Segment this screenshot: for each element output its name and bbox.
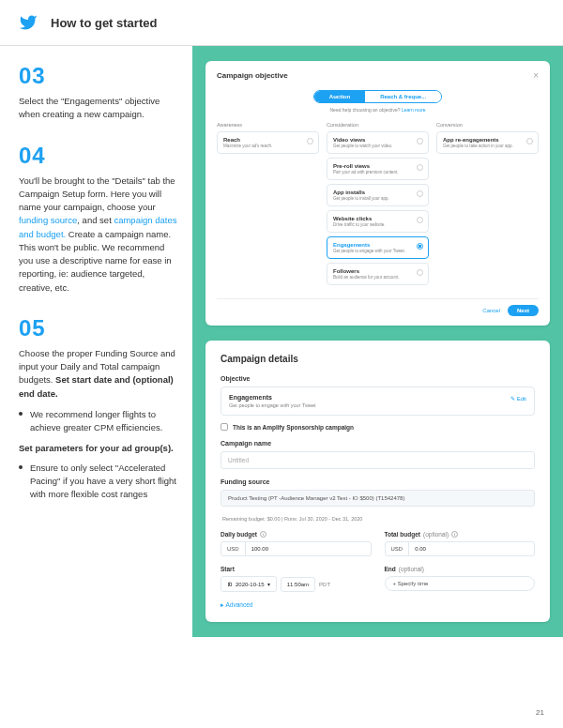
- step-03-text: Select the "Engagements" objective when …: [19, 95, 179, 122]
- page-title: How to get started: [51, 16, 157, 30]
- modal-title: Campaign objective: [217, 71, 288, 80]
- step-03-number: 03: [19, 63, 179, 89]
- panel-title: Campaign details: [221, 354, 535, 364]
- step-05-text: Choose the proper Funding Source and inp…: [19, 347, 179, 502]
- chevron-down-icon: ▾: [267, 581, 270, 587]
- tab-reach-frequency[interactable]: Reach & freque...: [365, 91, 441, 102]
- campaign-name-input[interactable]: Untitled: [221, 451, 535, 469]
- edit-button[interactable]: ✎ Edit: [510, 395, 526, 402]
- total-budget-input[interactable]: USD0.00: [385, 541, 536, 556]
- page-header: How to get started: [0, 0, 563, 46]
- daily-budget-input[interactable]: USD100.00: [221, 541, 372, 556]
- page-number: 21: [536, 708, 544, 717]
- start-date-picker[interactable]: 🗓2020-10-15▾: [221, 576, 277, 592]
- conversion-column: Conversion App re-engagementsGet people …: [436, 122, 539, 289]
- cancel-button[interactable]: Cancel: [482, 308, 500, 313]
- awareness-column: Awareness ReachMaximize your ad's reach.: [217, 122, 319, 289]
- consideration-column: Consideration Video viewsGet people to w…: [327, 122, 429, 289]
- instructions-column: 03 Select the "Engagements" objective wh…: [0, 46, 192, 637]
- objective-website-clicks[interactable]: Website clicksDrive traffic to your webs…: [327, 210, 429, 233]
- funding-source-link[interactable]: funding source: [19, 215, 77, 225]
- funding-source-select[interactable]: Product Testing (PT -Audience Manager v2…: [221, 490, 535, 507]
- objective-preroll-views[interactable]: Pre-roll viewsPair your ad with premium …: [327, 158, 429, 180]
- advanced-toggle[interactable]: ▸ Advanced: [221, 601, 535, 609]
- close-icon[interactable]: ×: [533, 70, 539, 81]
- objective-engagements[interactable]: EngagementsGet people to engage with you…: [327, 236, 429, 259]
- help-text: Need help choosing an objective? Learn m…: [217, 107, 539, 113]
- twitter-logo-icon: [19, 13, 38, 32]
- checkbox-icon[interactable]: [221, 423, 228, 431]
- objective-video-views[interactable]: Video viewsGet people to watch your vide…: [327, 131, 429, 154]
- objective-app-reengagements[interactable]: App re-engagementsGet people to take act…: [436, 131, 539, 154]
- campaign-details-panel: Campaign details Objective Engagements G…: [205, 341, 550, 622]
- objective-reach[interactable]: ReachMaximize your ad's reach.: [217, 131, 319, 154]
- step-05-number: 05: [19, 315, 179, 341]
- tab-auction[interactable]: Auction: [314, 91, 365, 102]
- screenshots-column: Campaign objective × Auction Reach & fre…: [192, 46, 563, 637]
- remaining-budget-text: Remaining budget: $0.00 | Runs: Jul 30, …: [221, 516, 535, 522]
- objective-app-installs[interactable]: App installsGet people to install your a…: [327, 184, 429, 206]
- start-time-input[interactable]: 11:50am: [281, 577, 315, 592]
- amplify-checkbox-row[interactable]: This is an Amplify Sponsorship campaign: [221, 423, 535, 431]
- specify-time-button[interactable]: + Specify time: [385, 576, 536, 591]
- auction-toggle: Auction Reach & freque...: [217, 90, 539, 103]
- campaign-objective-modal: Campaign objective × Auction Reach & fre…: [205, 61, 550, 326]
- calendar-icon: 🗓: [227, 582, 233, 587]
- info-icon[interactable]: i: [260, 531, 266, 538]
- step-04-number: 04: [19, 143, 179, 169]
- objective-followers[interactable]: FollowersBuild an audience for your acco…: [327, 263, 429, 285]
- learn-more-link[interactable]: Learn more: [402, 107, 426, 113]
- info-icon[interactable]: i: [451, 531, 458, 538]
- objective-display: Engagements Get people to engage with yo…: [221, 387, 535, 416]
- next-button[interactable]: Next: [508, 305, 539, 316]
- step-04-text: You'll be brought to the "Details" tab t…: [19, 174, 179, 295]
